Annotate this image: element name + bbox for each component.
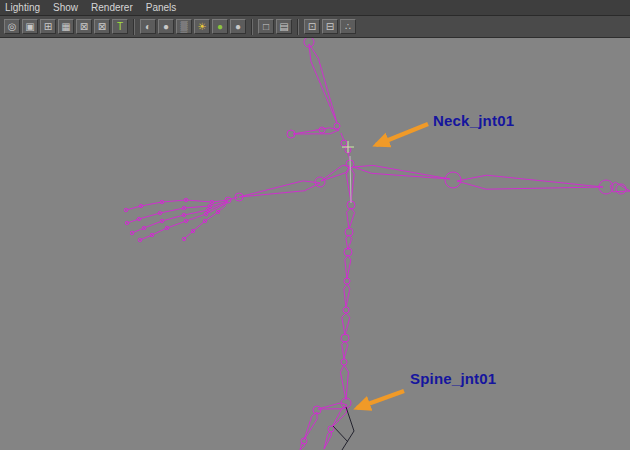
bookmark-icon[interactable]: ⊟ <box>322 19 338 34</box>
menu-show[interactable]: Show <box>53 0 78 15</box>
camera-attributes-icon[interactable]: ⊡ <box>304 19 320 34</box>
grid-toggle-icon[interactable]: ⊞ <box>40 19 56 34</box>
resolution-gate-icon[interactable]: ⊠ <box>94 19 110 34</box>
toolbar-separator <box>251 19 253 35</box>
connections-icon[interactable]: ∴ <box>340 19 356 34</box>
viewport-3d[interactable] <box>0 38 630 450</box>
annotation-neck-label: Neck_jnt01 <box>433 112 514 129</box>
shadows-icon[interactable]: ● <box>212 19 228 34</box>
toolbar-separator <box>133 19 135 35</box>
film-gate-icon[interactable]: ⊠ <box>76 19 92 34</box>
menu-lighting[interactable]: Lighting <box>5 0 40 15</box>
toolbar-separator <box>297 19 299 35</box>
multi-pane-icon[interactable]: ▦ <box>58 19 74 34</box>
wireframe-mode-icon[interactable]: ◐ <box>140 19 156 34</box>
menu-renderer[interactable]: Renderer <box>91 0 133 15</box>
maya-viewport-window: { "menu_bar": { "items": [ {"label": "Li… <box>0 0 630 450</box>
screen-space-ao-icon[interactable]: ● <box>230 19 246 34</box>
panel-menu-bar: Lighting Show Renderer Panels <box>0 0 630 16</box>
viewport-toolbar: ◎▣⊞▦⊠⊠T◐●▒☀●●□▤⊡⊟∴ <box>0 16 630 38</box>
menu-panels[interactable]: Panels <box>146 0 177 15</box>
use-all-lights-icon[interactable]: ☀ <box>194 19 210 34</box>
xray-mode-icon[interactable]: ▤ <box>276 19 292 34</box>
annotation-spine-label: Spine_jnt01 <box>410 370 496 387</box>
snap-to-point-icon[interactable]: ◎ <box>4 19 20 34</box>
panel-layout-icon[interactable]: ▣ <box>22 19 38 34</box>
isolate-select-icon[interactable]: □ <box>258 19 274 34</box>
texture-view-icon[interactable]: T <box>112 19 128 34</box>
smooth-shade-icon[interactable]: ● <box>158 19 174 34</box>
textured-mode-icon[interactable]: ▒ <box>176 19 192 34</box>
